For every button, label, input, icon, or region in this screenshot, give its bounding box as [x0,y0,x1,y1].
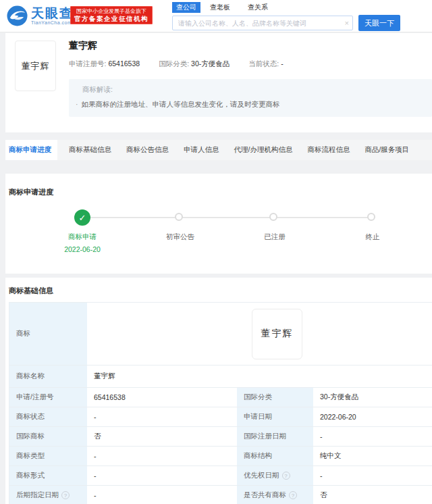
check-icon: ✓ [79,213,86,223]
page-title: 董宇辉 [69,40,97,52]
stepper-line [82,217,373,218]
row-label: 商标类型 [9,447,87,465]
field-label: 当前状态: [248,59,279,68]
row-label: 国际注册日期 [237,427,313,446]
trademark-overview: 董宇辉 董宇辉 申请注册号:65416538国际分类:30-方便食品当前状态:-… [5,33,432,132]
row-value: 董宇辉 [87,366,432,387]
row-value: - [313,466,432,485]
tab-0[interactable]: 商标申请进度 [5,140,57,160]
section-gap [5,160,432,174]
step-pending-circle-icon [175,213,183,221]
table-row: 商标名称 董宇辉 [9,366,432,388]
search-tab-1[interactable]: 查老板 [206,2,234,13]
field-value: - [281,59,284,68]
overview-field: 国际分类:30-方便食品 [159,59,230,69]
tab-2[interactable]: 商标公告信息 [119,140,176,160]
row-label: 后期指定日期? [9,486,87,504]
table-row: 后期指定日期?-是否共有商标?否 [9,486,432,504]
tab-3[interactable]: 申请人信息 [176,140,227,160]
table-row: 商标类型-商标结构纯中文 [9,447,432,466]
row-label-text: 商标结构 [244,451,272,461]
overview-field: 当前状态:- [248,59,283,69]
row-label-text: 是否共有商标 [244,490,286,500]
search-input[interactable] [172,16,353,30]
row-label-text: 国际分类 [244,393,272,402]
main-content: 董宇辉 董宇辉 申请注册号:65416538国际分类:30-方便食品当前状态:-… [5,33,432,504]
row-label: 商标形式 [9,466,87,485]
step-label: 终止 [332,232,413,242]
field-value: 30-方便食品 [191,59,230,68]
clear-icon[interactable]: × [345,18,349,28]
row-label: 国际分类 [237,388,313,407]
note-bullet-line: ·如果商标的注册地址、申请人等信息发生变化，请及时变更商标 [76,100,432,109]
trademark-note-box: 商标解读: ·如果商标的注册地址、申请人等信息发生变化，请及时变更商标 [69,79,432,117]
table-row: 商标状态-申请日期2022-06-20 [9,407,432,427]
row-label-text: 后期指定日期 [16,490,59,500]
row-value: 否 [313,486,432,504]
row-value: - [87,407,237,426]
tab-4[interactable]: 代理/办理机构信息 [227,140,300,160]
row-label-text: 申请日期 [244,412,272,422]
row-label-text: 优先权日期 [244,471,279,480]
badge-line2: 官方备案企业征信机构 [74,15,148,22]
trademark-image-text: 董宇辉 [261,328,294,340]
note-text: 如果商标的注册地址、申请人等信息发生变化，请及时变更商标 [82,100,280,108]
overview-field: 申请注册号:65416538 [69,59,140,69]
row-label: 申请日期 [237,407,313,426]
search-tab-2[interactable]: 查关系 [244,2,272,13]
row-value: 65416538 [87,388,237,407]
row-label-text: 商标状态 [16,412,45,422]
field-label: 国际分类: [159,59,189,68]
help-icon[interactable]: ? [282,472,290,480]
help-icon[interactable]: ? [61,491,70,499]
row-label-text: 申请/注册号 [16,393,53,402]
table-row: 商标 董宇辉 [9,303,432,366]
search-tabs: 查公司查老板查关系 [172,2,400,13]
progress-stepper: ✓商标申请2022-06-20初审公告已注册终止 [5,203,432,270]
section-gap [5,132,432,140]
step-pending-circle-icon [367,213,375,221]
tab-1[interactable]: 商标基础信息 [61,140,119,160]
row-value: - [87,486,237,504]
row-value: 纯中文 [313,447,432,465]
tab-6[interactable]: 商品/服务项目 [357,140,416,160]
row-label: 商标状态 [9,407,87,426]
search-button[interactable]: 天眼一下 [358,15,400,31]
badge-line1: 国家中小企业发展子基金旗下 [74,8,148,15]
row-label: 商标结构 [237,447,313,465]
step-label: 商标申请 [42,232,123,242]
section-tabbar: 商标申请进度商标基础信息商标公告信息申请人信息代理/办理机构信息商标流程信息商品… [5,140,432,160]
row-label-text: 国际注册日期 [244,432,286,441]
field-label: 申请注册号: [69,59,106,68]
row-label: 商标 [9,303,87,365]
search-box: 查公司查老板查关系 × 天眼一下 [172,2,400,31]
help-icon[interactable]: ? [289,491,297,499]
trademark-thumbnail: 董宇辉 [15,41,56,91]
row-label-text: 商标形式 [16,471,45,480]
row-label: 申请/注册号 [9,388,87,407]
step-pending-circle-icon [269,213,277,221]
table-row: 国际商标否国际注册日期- [9,427,432,447]
overview-fields: 申请注册号:65416538国际分类:30-方便食品当前状态:- [69,59,302,69]
trademark-thumbnail-text: 董宇辉 [22,60,50,72]
tab-5[interactable]: 商标流程信息 [300,140,357,160]
note-title: 商标解读: [82,85,432,95]
basic-info-section: 商标基础信息 商标 董宇辉 商标名称 董宇辉 申请/注册号65416538国际分… [5,278,432,504]
tianyancha-trademark-page: 天眼查 TianYanCha.com 国家中小企业发展子基金旗下 官方备案企业征… [0,0,432,504]
trademark-image: 董宇辉 [252,309,302,359]
eye-logo-icon [7,5,28,26]
brand-name: 天眼查 [31,7,74,20]
table-row: 商标形式-优先权日期?- [9,466,432,486]
tianyancha-logo[interactable]: 天眼查 TianYanCha.com [7,5,74,26]
table-row: 申请/注册号65416538国际分类30-方便食品 [9,388,432,407]
field-value: 65416538 [108,59,140,68]
row-label-text: 商标类型 [16,451,45,461]
search-tab-0[interactable]: 查公司 [172,2,200,13]
row-value: 2022-06-20 [313,407,432,426]
row-value: 30-方便食品 [313,388,432,407]
basic-info-table: 商标 董宇辉 商标名称 董宇辉 申请/注册号65416538国际分类30-方便食… [9,302,432,504]
row-label-text: 国际商标 [16,432,45,441]
progress-heading: 商标申请进度 [5,187,432,197]
basic-info-heading: 商标基础信息 [5,286,432,296]
step-done-check-icon: ✓ [74,209,90,226]
